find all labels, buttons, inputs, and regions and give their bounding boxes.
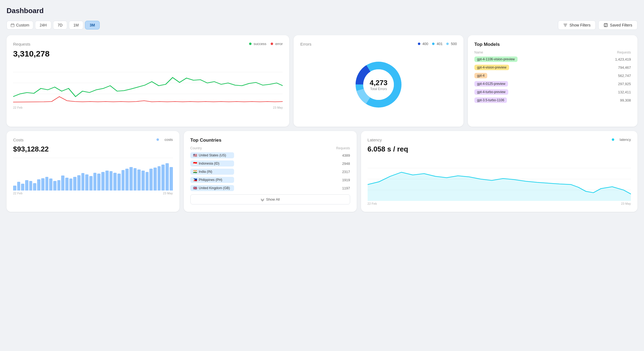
latency-date-end: 23 May: [621, 202, 631, 205]
countries-col-headers: Country Requests: [190, 146, 350, 150]
country-row: 🇮🇳 India (IN) 2317: [190, 169, 350, 175]
cost-bar: [49, 179, 52, 191]
country-requests: 2317: [342, 170, 350, 174]
country-name: Indonesia (ID): [199, 162, 219, 165]
model-row: gpt-4-1106-vision-preview 1,423,419: [474, 56, 631, 62]
top-models-card: Top Models Name Requests gpt-4-1106-visi…: [468, 35, 637, 127]
cost-bar: [33, 183, 36, 191]
400-dot: [418, 43, 420, 45]
country-flag: 🇵🇭: [193, 178, 197, 182]
cost-bar: [61, 176, 64, 191]
model-tag: gpt-4-vision-preview: [474, 65, 509, 70]
cost-bar: [37, 179, 40, 191]
7d-filter-button[interactable]: 7D: [53, 21, 67, 29]
top-countries-card: Top Countries Country Requests 🇺🇸 United…: [184, 131, 357, 212]
requests-chart: [13, 61, 283, 105]
model-requests: 99,308: [615, 98, 631, 102]
svg-rect-0: [11, 24, 14, 27]
requests-legend: success error: [249, 42, 283, 46]
filter-icon: [563, 23, 568, 27]
cost-bar: [117, 174, 121, 191]
country-badge: 🇮🇳 India (IN): [190, 169, 234, 175]
error-label: error: [275, 42, 283, 46]
show-all-label: Show All: [266, 197, 280, 201]
error-400-legend: 400: [418, 42, 428, 46]
top-grid: Requests success error 3,310,278: [7, 35, 637, 127]
country-requests: 1919: [342, 178, 350, 182]
cost-bar: [125, 169, 129, 191]
latency-legend-label: latency: [620, 138, 631, 142]
cost-bar: [101, 172, 105, 191]
col-country: Country: [190, 146, 202, 150]
cost-bar: [153, 168, 157, 191]
requests-dates: 22 Feb 23 May: [13, 106, 283, 109]
latency-label: Latency: [368, 138, 382, 142]
saved-filters-label: Saved Filters: [610, 23, 632, 27]
costs-legend: costs: [156, 138, 173, 142]
requests-date-start: 22 Feb: [13, 106, 22, 109]
latency-legend: latency: [612, 138, 631, 142]
cost-bar: [141, 171, 145, 191]
models-col-headers: Name Requests: [474, 50, 631, 54]
costs-value: $93,128.22: [13, 145, 173, 153]
country-badge: 🇬🇧 United Kingdom (GB): [190, 185, 234, 191]
cost-bar: [149, 169, 153, 191]
saved-filters-button[interactable]: Saved Filters: [598, 20, 637, 30]
country-badge: 🇺🇸 United States (US): [190, 152, 234, 158]
cost-bar: [161, 165, 165, 191]
country-name: United Kingdom (GB): [199, 186, 230, 190]
donut-chart: 4,273 Total Errors: [351, 57, 406, 112]
costs-bar-chart: [13, 158, 173, 191]
cost-bar: [29, 181, 33, 191]
show-filters-label: Show Filters: [569, 23, 590, 27]
show-filters-button[interactable]: Show Filters: [558, 20, 596, 30]
requests-value: 3,310,278: [13, 49, 283, 58]
show-all-button[interactable]: Show All: [190, 194, 350, 204]
model-tag: gpt-4: [474, 73, 487, 78]
401-dot: [432, 43, 435, 45]
cost-bar: [166, 163, 169, 191]
model-tag: gpt-3.5-turbo-1106: [474, 97, 507, 103]
cost-bar: [41, 178, 45, 191]
latency-chart: [368, 157, 631, 201]
cost-bar: [97, 174, 101, 191]
cost-bar: [113, 173, 117, 191]
country-requests: 1197: [342, 186, 350, 190]
cost-bar: [158, 166, 161, 191]
error-401-legend: 401: [432, 42, 442, 46]
cost-bar: [69, 179, 73, 191]
24h-filter-button[interactable]: 24H: [35, 21, 51, 29]
cost-bar: [17, 182, 20, 191]
1m-filter-button[interactable]: 1M: [69, 21, 83, 29]
latency-value: 6.058 s / req: [368, 145, 631, 153]
cost-bar: [89, 176, 93, 191]
costs-dates: 22 Feb 23 May: [13, 192, 173, 195]
country-requests: 4389: [342, 153, 350, 157]
custom-filter-button[interactable]: Custom: [7, 21, 33, 29]
model-row: gpt-4 562,747: [474, 73, 631, 78]
model-row: gpt-4-0125-preview 297,925: [474, 81, 631, 87]
requests-card: Requests success error 3,310,278: [7, 35, 289, 127]
costs-date-end: 23 May: [163, 192, 173, 195]
filter-buttons: Show Filters Saved Filters: [558, 20, 637, 30]
errors-card-header: Errors 400 401 500: [300, 42, 457, 47]
costs-date-start: 22 Feb: [13, 192, 22, 195]
cost-bar: [170, 167, 173, 191]
country-row: 🇮🇩 Indonesia (ID) 2948: [190, 160, 350, 166]
model-requests: 132,411: [615, 90, 631, 94]
col-requests: Requests: [617, 50, 631, 54]
model-tag: gpt-4-1106-vision-preview: [474, 56, 518, 62]
country-row: 🇬🇧 United Kingdom (GB) 1197: [190, 185, 350, 191]
3m-filter-button[interactable]: 3M: [85, 21, 99, 29]
errors-total-label: Total Errors: [370, 87, 388, 91]
costs-legend-label: costs: [164, 138, 173, 142]
expand-icon: [261, 198, 264, 201]
country-flag: 🇮🇩: [193, 162, 197, 165]
top-bar: Custom 24H 7D 1M 3M Show Filters Saved F…: [7, 20, 637, 30]
saved-icon: [604, 23, 608, 27]
cost-bar: [57, 180, 61, 191]
cost-bar: [85, 174, 88, 191]
costs-card: Costs costs $93,128.22 22 Feb 23 May: [7, 131, 179, 212]
costs-label: Costs: [13, 138, 23, 142]
col-requests: Requests: [336, 146, 350, 150]
